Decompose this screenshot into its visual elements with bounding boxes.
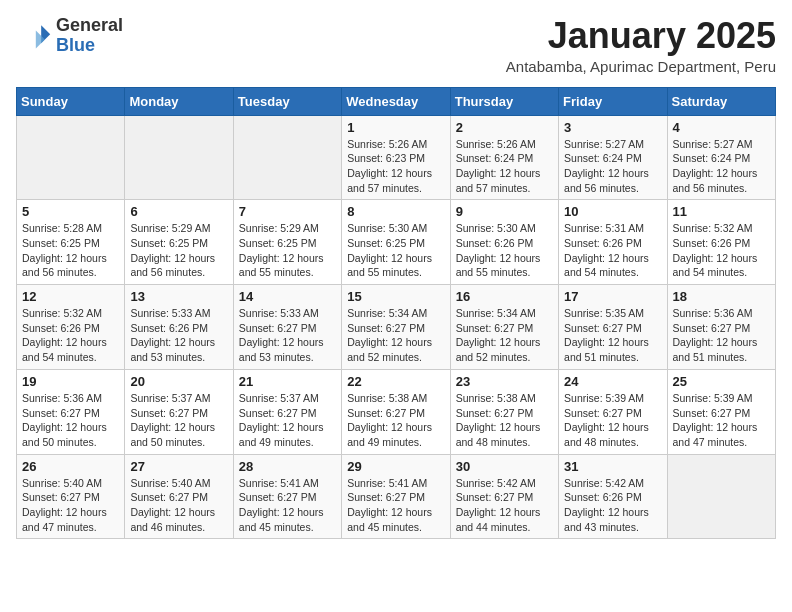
- table-row: 29Sunrise: 5:41 AMSunset: 6:27 PMDayligh…: [342, 454, 450, 539]
- day-info: Sunrise: 5:36 AMSunset: 6:27 PMDaylight:…: [22, 391, 119, 450]
- col-wednesday: Wednesday: [342, 87, 450, 115]
- day-number: 30: [456, 459, 553, 474]
- day-info: Sunrise: 5:38 AMSunset: 6:27 PMDaylight:…: [347, 391, 444, 450]
- table-row: [233, 115, 341, 200]
- table-row: 19Sunrise: 5:36 AMSunset: 6:27 PMDayligh…: [17, 369, 125, 454]
- day-number: 23: [456, 374, 553, 389]
- day-info: Sunrise: 5:33 AMSunset: 6:26 PMDaylight:…: [130, 306, 227, 365]
- day-info: Sunrise: 5:39 AMSunset: 6:27 PMDaylight:…: [673, 391, 770, 450]
- day-number: 10: [564, 204, 661, 219]
- day-number: 25: [673, 374, 770, 389]
- day-number: 27: [130, 459, 227, 474]
- day-number: 11: [673, 204, 770, 219]
- day-number: 8: [347, 204, 444, 219]
- table-row: 24Sunrise: 5:39 AMSunset: 6:27 PMDayligh…: [559, 369, 667, 454]
- day-number: 16: [456, 289, 553, 304]
- day-info: Sunrise: 5:28 AMSunset: 6:25 PMDaylight:…: [22, 221, 119, 280]
- day-info: Sunrise: 5:32 AMSunset: 6:26 PMDaylight:…: [22, 306, 119, 365]
- day-info: Sunrise: 5:29 AMSunset: 6:25 PMDaylight:…: [130, 221, 227, 280]
- day-info: Sunrise: 5:26 AMSunset: 6:24 PMDaylight:…: [456, 137, 553, 196]
- table-row: [667, 454, 775, 539]
- day-info: Sunrise: 5:35 AMSunset: 6:27 PMDaylight:…: [564, 306, 661, 365]
- day-number: 12: [22, 289, 119, 304]
- table-row: 31Sunrise: 5:42 AMSunset: 6:26 PMDayligh…: [559, 454, 667, 539]
- day-info: Sunrise: 5:29 AMSunset: 6:25 PMDaylight:…: [239, 221, 336, 280]
- day-number: 6: [130, 204, 227, 219]
- table-row: 28Sunrise: 5:41 AMSunset: 6:27 PMDayligh…: [233, 454, 341, 539]
- day-info: Sunrise: 5:40 AMSunset: 6:27 PMDaylight:…: [22, 476, 119, 535]
- table-row: 10Sunrise: 5:31 AMSunset: 6:26 PMDayligh…: [559, 200, 667, 285]
- day-info: Sunrise: 5:34 AMSunset: 6:27 PMDaylight:…: [347, 306, 444, 365]
- day-info: Sunrise: 5:27 AMSunset: 6:24 PMDaylight:…: [673, 137, 770, 196]
- day-info: Sunrise: 5:41 AMSunset: 6:27 PMDaylight:…: [347, 476, 444, 535]
- col-saturday: Saturday: [667, 87, 775, 115]
- table-row: 8Sunrise: 5:30 AMSunset: 6:25 PMDaylight…: [342, 200, 450, 285]
- day-number: 2: [456, 120, 553, 135]
- day-number: 26: [22, 459, 119, 474]
- calendar-week-row: 5Sunrise: 5:28 AMSunset: 6:25 PMDaylight…: [17, 200, 776, 285]
- table-row: 11Sunrise: 5:32 AMSunset: 6:26 PMDayligh…: [667, 200, 775, 285]
- table-row: 30Sunrise: 5:42 AMSunset: 6:27 PMDayligh…: [450, 454, 558, 539]
- calendar-header-row: Sunday Monday Tuesday Wednesday Thursday…: [17, 87, 776, 115]
- day-number: 28: [239, 459, 336, 474]
- day-info: Sunrise: 5:30 AMSunset: 6:26 PMDaylight:…: [456, 221, 553, 280]
- day-info: Sunrise: 5:38 AMSunset: 6:27 PMDaylight:…: [456, 391, 553, 450]
- table-row: 17Sunrise: 5:35 AMSunset: 6:27 PMDayligh…: [559, 285, 667, 370]
- day-info: Sunrise: 5:32 AMSunset: 6:26 PMDaylight:…: [673, 221, 770, 280]
- day-number: 21: [239, 374, 336, 389]
- location-subtitle: Antabamba, Apurimac Department, Peru: [506, 58, 776, 75]
- day-number: 1: [347, 120, 444, 135]
- day-number: 14: [239, 289, 336, 304]
- calendar-week-row: 12Sunrise: 5:32 AMSunset: 6:26 PMDayligh…: [17, 285, 776, 370]
- day-info: Sunrise: 5:27 AMSunset: 6:24 PMDaylight:…: [564, 137, 661, 196]
- day-info: Sunrise: 5:33 AMSunset: 6:27 PMDaylight:…: [239, 306, 336, 365]
- title-block: January 2025 Antabamba, Apurimac Departm…: [506, 16, 776, 75]
- logo: General Blue: [16, 16, 123, 56]
- table-row: 14Sunrise: 5:33 AMSunset: 6:27 PMDayligh…: [233, 285, 341, 370]
- day-number: 18: [673, 289, 770, 304]
- table-row: [17, 115, 125, 200]
- col-friday: Friday: [559, 87, 667, 115]
- logo-blue-text: Blue: [56, 35, 95, 55]
- day-number: 19: [22, 374, 119, 389]
- month-title: January 2025: [506, 16, 776, 56]
- table-row: 2Sunrise: 5:26 AMSunset: 6:24 PMDaylight…: [450, 115, 558, 200]
- day-number: 7: [239, 204, 336, 219]
- day-info: Sunrise: 5:40 AMSunset: 6:27 PMDaylight:…: [130, 476, 227, 535]
- day-number: 24: [564, 374, 661, 389]
- table-row: 21Sunrise: 5:37 AMSunset: 6:27 PMDayligh…: [233, 369, 341, 454]
- day-number: 13: [130, 289, 227, 304]
- day-info: Sunrise: 5:36 AMSunset: 6:27 PMDaylight:…: [673, 306, 770, 365]
- calendar-table: Sunday Monday Tuesday Wednesday Thursday…: [16, 87, 776, 540]
- table-row: 4Sunrise: 5:27 AMSunset: 6:24 PMDaylight…: [667, 115, 775, 200]
- day-info: Sunrise: 5:26 AMSunset: 6:23 PMDaylight:…: [347, 137, 444, 196]
- day-number: 20: [130, 374, 227, 389]
- col-tuesday: Tuesday: [233, 87, 341, 115]
- day-number: 3: [564, 120, 661, 135]
- table-row: 6Sunrise: 5:29 AMSunset: 6:25 PMDaylight…: [125, 200, 233, 285]
- table-row: 26Sunrise: 5:40 AMSunset: 6:27 PMDayligh…: [17, 454, 125, 539]
- page-header: General Blue January 2025 Antabamba, Apu…: [16, 16, 776, 75]
- day-info: Sunrise: 5:39 AMSunset: 6:27 PMDaylight:…: [564, 391, 661, 450]
- day-number: 4: [673, 120, 770, 135]
- day-number: 29: [347, 459, 444, 474]
- day-info: Sunrise: 5:37 AMSunset: 6:27 PMDaylight:…: [130, 391, 227, 450]
- table-row: 12Sunrise: 5:32 AMSunset: 6:26 PMDayligh…: [17, 285, 125, 370]
- day-number: 17: [564, 289, 661, 304]
- table-row: 23Sunrise: 5:38 AMSunset: 6:27 PMDayligh…: [450, 369, 558, 454]
- table-row: 16Sunrise: 5:34 AMSunset: 6:27 PMDayligh…: [450, 285, 558, 370]
- logo-general-text: General: [56, 15, 123, 35]
- table-row: 7Sunrise: 5:29 AMSunset: 6:25 PMDaylight…: [233, 200, 341, 285]
- table-row: 22Sunrise: 5:38 AMSunset: 6:27 PMDayligh…: [342, 369, 450, 454]
- day-info: Sunrise: 5:41 AMSunset: 6:27 PMDaylight:…: [239, 476, 336, 535]
- logo-icon: [16, 18, 52, 54]
- table-row: 9Sunrise: 5:30 AMSunset: 6:26 PMDaylight…: [450, 200, 558, 285]
- day-number: 31: [564, 459, 661, 474]
- table-row: 1Sunrise: 5:26 AMSunset: 6:23 PMDaylight…: [342, 115, 450, 200]
- col-thursday: Thursday: [450, 87, 558, 115]
- day-info: Sunrise: 5:37 AMSunset: 6:27 PMDaylight:…: [239, 391, 336, 450]
- table-row: [125, 115, 233, 200]
- table-row: 27Sunrise: 5:40 AMSunset: 6:27 PMDayligh…: [125, 454, 233, 539]
- day-number: 5: [22, 204, 119, 219]
- table-row: 5Sunrise: 5:28 AMSunset: 6:25 PMDaylight…: [17, 200, 125, 285]
